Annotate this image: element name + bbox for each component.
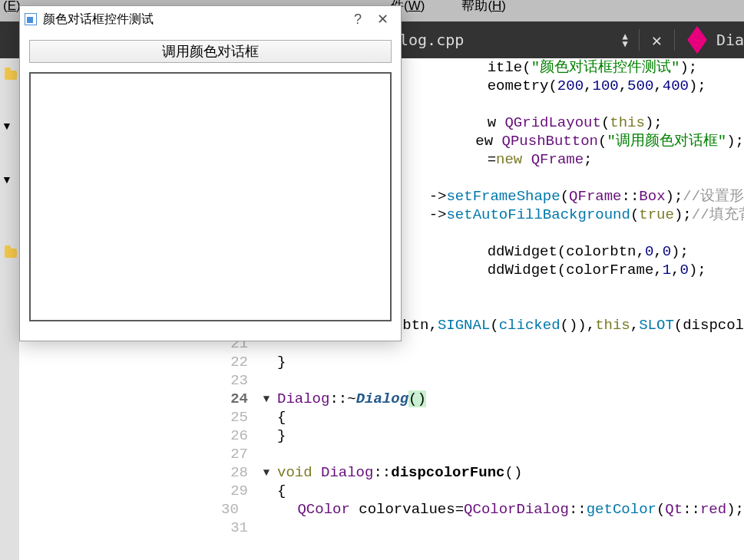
code-text[interactable]: } bbox=[277, 427, 744, 445]
fold-toggle bbox=[256, 445, 277, 463]
code-line[interactable]: 23 bbox=[211, 371, 744, 390]
code-text[interactable] bbox=[277, 445, 744, 463]
fold-toggle[interactable]: ▼ bbox=[256, 463, 277, 482]
line-number: 30 bbox=[211, 500, 246, 519]
code-line[interactable]: 28▼void Dialog::dispcolorFunc() bbox=[211, 463, 744, 482]
fold-toggle bbox=[256, 371, 277, 390]
line-number: 26 bbox=[211, 427, 256, 445]
line-number: 27 bbox=[211, 445, 256, 463]
dialog-body: 调用颜色对话框 bbox=[20, 32, 401, 332]
fold-toggle bbox=[256, 427, 277, 445]
folder-icon[interactable] bbox=[5, 71, 17, 80]
dialog-title: 颜色对话框控件测试 bbox=[43, 12, 346, 28]
project-sidebar[interactable]: ▼ ▼ bbox=[0, 58, 19, 560]
app-icon bbox=[25, 13, 37, 25]
line-number: 22 bbox=[211, 353, 256, 371]
fold-toggle bbox=[256, 519, 277, 537]
code-text[interactable]: void Dialog::dispcolorFunc() bbox=[277, 463, 744, 482]
line-number: 25 bbox=[211, 408, 256, 427]
fold-toggle bbox=[246, 500, 263, 519]
close-icon[interactable]: ✕ bbox=[652, 31, 662, 50]
line-number: 28 bbox=[211, 463, 256, 482]
dialog-titlebar[interactable]: 颜色对话框控件测试 ? ✕ bbox=[20, 6, 401, 32]
tab-filename[interactable]: log.cpp bbox=[399, 31, 464, 49]
line-number: 31 bbox=[211, 519, 256, 537]
code-line[interactable]: 30 QColor colorvalues=QColorDialog::getC… bbox=[211, 500, 744, 519]
code-text[interactable]: { bbox=[277, 482, 744, 500]
fold-toggle bbox=[256, 482, 277, 500]
tab-nav-updown[interactable]: ▲▼ bbox=[622, 32, 627, 48]
chevron-down-icon[interactable]: ▼ bbox=[2, 120, 12, 132]
fold-toggle bbox=[256, 353, 277, 371]
help-icon[interactable]: ? bbox=[346, 12, 370, 28]
close-icon[interactable]: ✕ bbox=[370, 11, 395, 28]
code-text[interactable]: } bbox=[277, 353, 744, 371]
code-text[interactable]: QColor colorvalues=QColorDialog::getColo… bbox=[263, 500, 744, 519]
code-line[interactable]: 27 bbox=[211, 445, 744, 463]
code-text[interactable] bbox=[277, 371, 744, 390]
code-text[interactable]: { bbox=[277, 408, 744, 427]
menu-item-edit[interactable]: (E) bbox=[3, 0, 21, 12]
code-line[interactable]: 24▼Dialog::~Dialog() bbox=[211, 390, 744, 408]
code-line[interactable]: 22} bbox=[211, 353, 744, 371]
color-frame bbox=[29, 72, 392, 321]
line-number: 24 bbox=[211, 390, 256, 408]
diamond-icon bbox=[687, 26, 707, 54]
test-dialog-window: 颜色对话框控件测试 ? ✕ 调用颜色对话框 bbox=[19, 5, 402, 341]
line-number: 23 bbox=[211, 371, 256, 390]
fold-toggle bbox=[256, 408, 277, 427]
code-line[interactable]: 25{ bbox=[211, 408, 744, 427]
fold-toggle[interactable]: ▼ bbox=[256, 390, 277, 408]
code-line[interactable]: 31 bbox=[211, 519, 744, 537]
line-number: 29 bbox=[211, 482, 256, 500]
folder-icon[interactable] bbox=[5, 249, 17, 258]
code-line[interactable]: 29{ bbox=[211, 482, 744, 500]
code-text[interactable] bbox=[277, 519, 744, 537]
chevron-down-icon[interactable]: ▼ bbox=[2, 173, 12, 186]
divider bbox=[674, 29, 675, 51]
tab-dia-label[interactable]: Dia bbox=[716, 31, 744, 49]
menu-item-help[interactable]: 帮助(H) bbox=[461, 0, 506, 12]
divider bbox=[639, 29, 640, 51]
code-text[interactable]: Dialog::~Dialog() bbox=[277, 390, 744, 408]
code-line[interactable]: 26} bbox=[211, 427, 744, 445]
call-color-dialog-button[interactable]: 调用颜色对话框 bbox=[29, 40, 392, 63]
